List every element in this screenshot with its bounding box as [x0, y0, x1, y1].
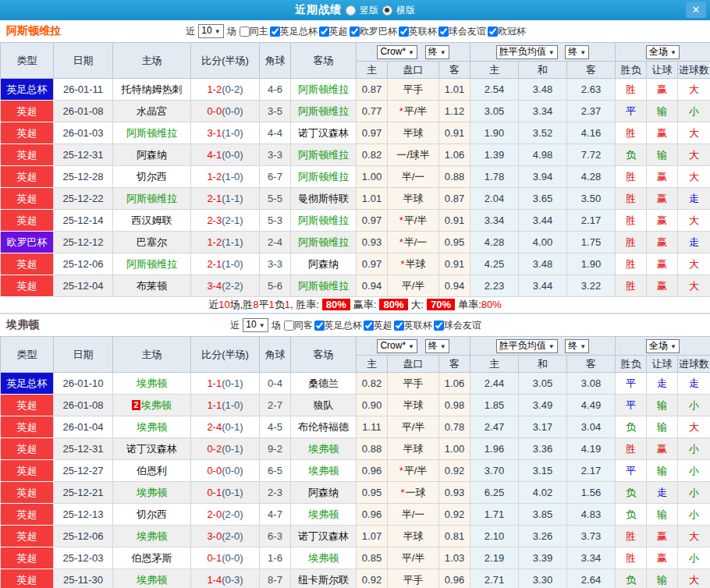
col-goals: 进球数	[678, 356, 710, 373]
score: 1-2(1-1)	[191, 232, 260, 253]
away-team-name: 阿森纳	[308, 487, 339, 498]
col-type: 类型	[1, 43, 54, 79]
league-filter-2-checkbox[interactable]	[350, 27, 360, 37]
scope-group-header: 全场	[616, 43, 710, 62]
final-odds-select[interactable]: 终	[425, 45, 449, 59]
league-filter-3-checkbox[interactable]	[399, 27, 409, 37]
home-team: 2埃弗顿	[113, 395, 191, 416]
league-filter-3-checkbox[interactable]	[434, 321, 444, 331]
result-handicap: 输	[647, 569, 678, 588]
away-team: 阿斯顿维拉	[291, 275, 357, 297]
league-filter-4-checkbox[interactable]	[438, 27, 449, 37]
same-venue-filter-label: 同主	[250, 25, 268, 38]
result-goals: 走	[678, 188, 710, 210]
handicap-line: 半球	[388, 438, 439, 460]
avg-odds-select[interactable]: 胜平负均值	[496, 45, 558, 59]
rank-badge: 2	[132, 400, 140, 410]
fulltime-score: 1-2	[207, 83, 222, 95]
away-team: 狼队	[291, 395, 357, 416]
single-rate-value: 80%	[481, 299, 502, 310]
handicap-line: 平手	[388, 569, 439, 588]
avg-home-odds: 4.25	[470, 253, 519, 275]
match-date: 25-12-21	[54, 482, 113, 504]
home-team: 巴塞尔	[113, 232, 191, 253]
result-outcome: 负	[616, 144, 647, 166]
horizontal-layout-radio[interactable]	[382, 5, 392, 16]
league-filter-2[interactable]: 欧罗巴杯	[350, 25, 397, 38]
result-goals: 小	[678, 482, 710, 504]
scope-select[interactable]: 全场	[646, 339, 680, 353]
final-odds-select-2[interactable]: 终	[565, 45, 589, 59]
vertical-layout-radio[interactable]	[346, 5, 356, 16]
result-outcome: 胜	[616, 547, 647, 569]
match-date: 25-12-22	[54, 188, 113, 210]
home-water-odds: 0.85	[357, 547, 388, 569]
league-filter-1[interactable]: 英超	[364, 319, 392, 332]
bookmaker-select[interactable]: Crow*	[377, 45, 417, 59]
avg-home-odds: 1.78	[470, 166, 519, 188]
avg-home-odds: 4.28	[470, 232, 519, 253]
league-badge: 英超	[1, 569, 54, 588]
away-water-odds: 1.00	[439, 438, 470, 460]
away-water-odds: 0.91	[439, 210, 470, 232]
handicap-line: *平/半	[388, 460, 439, 482]
early-change-marker: *	[399, 105, 403, 117]
league-filter-5[interactable]: 欧冠杯	[488, 25, 526, 38]
home-team-name: 阿斯顿维拉	[126, 258, 177, 270]
avg-home-odds: 1.39	[470, 144, 519, 166]
away-water-odds: 0.94	[439, 275, 470, 297]
league-filter-2-checkbox[interactable]	[394, 321, 404, 331]
halftime-score: (0-3)	[222, 574, 243, 586]
match-date: 26-01-11	[54, 79, 113, 101]
result-handicap: 走	[647, 482, 678, 504]
close-button[interactable]: ✕	[686, 2, 706, 18]
summary-losses: 1	[285, 299, 290, 310]
league-filter-3[interactable]: 英联杯	[399, 25, 437, 38]
bookmaker-select[interactable]: Crow*	[377, 339, 417, 353]
col-avg-away: 客	[567, 356, 616, 373]
near-count-select[interactable]: 10	[243, 318, 268, 332]
same-venue-filter[interactable]: 同客	[284, 319, 313, 332]
league-filter-3[interactable]: 球会友谊	[434, 319, 481, 332]
fulltime-score: 2-1	[207, 193, 222, 204]
league-filter-0-checkbox[interactable]	[314, 321, 325, 331]
league-filter-1-checkbox[interactable]	[364, 321, 374, 331]
same-venue-filter-checkbox[interactable]	[284, 321, 294, 331]
league-filter-1-checkbox[interactable]	[319, 27, 329, 37]
league-filter-5-checkbox[interactable]	[488, 27, 498, 37]
same-venue-filter-checkbox[interactable]	[240, 27, 250, 37]
near-count-select[interactable]: 10	[198, 24, 223, 38]
avg-home-odds: 1.90	[470, 122, 519, 144]
league-badge: 英超	[1, 526, 54, 547]
match-row: 英超26-01-08水晶宫0-0(0-0)3-5阿斯顿维拉0.77*平/半1.1…	[1, 101, 710, 122]
home-water-odds: 1.11	[357, 416, 388, 438]
avg-away-odds: 1.90	[567, 253, 616, 275]
handicap-line: 半球	[388, 188, 439, 210]
avg-odds-select[interactable]: 胜平负均值	[496, 339, 558, 353]
league-filter-1[interactable]: 英超	[319, 25, 348, 38]
home-water-odds: 0.90	[357, 395, 388, 416]
away-team: 阿斯顿维拉	[291, 232, 357, 253]
halftime-score: (1-1)	[222, 236, 243, 248]
fulltime-score: 2-3	[207, 214, 222, 226]
league-filter-4[interactable]: 球会友谊	[438, 25, 486, 38]
scope-select[interactable]: 全场	[646, 45, 680, 59]
halftime-score: (1-0)	[222, 171, 243, 182]
league-filter-0[interactable]: 英足总杯	[314, 319, 362, 332]
same-venue-filter[interactable]: 同主	[240, 25, 268, 38]
home-water-odds: 1.07	[357, 526, 388, 547]
final-odds-select[interactable]: 终	[425, 339, 449, 353]
match-date: 26-01-08	[54, 101, 113, 122]
col-score: 比分(半场)	[191, 337, 260, 373]
result-outcome: 负	[616, 482, 647, 504]
league-filter-5-label: 欧冠杯	[498, 25, 526, 38]
away-team-name: 曼彻斯特联	[298, 193, 349, 204]
final-odds-select-2[interactable]: 终	[565, 339, 589, 353]
result-outcome: 平	[616, 395, 647, 416]
score: 0-0(0-0)	[191, 460, 260, 482]
league-filter-0-checkbox[interactable]	[270, 27, 280, 37]
match-date: 26-01-10	[54, 373, 113, 395]
avg-away-odds: 4.49	[567, 395, 616, 416]
league-filter-0[interactable]: 英足总杯	[270, 25, 318, 38]
league-filter-2[interactable]: 英联杯	[394, 319, 432, 332]
